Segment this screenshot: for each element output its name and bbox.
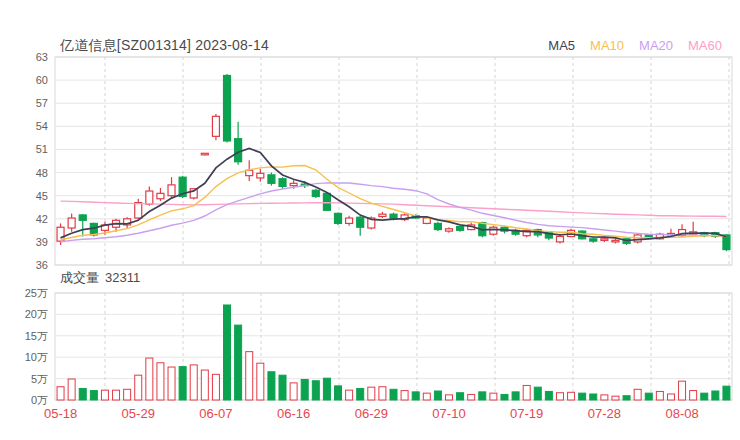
kline-chart[interactable]: 363942454851545760630万5万10万15万20万25万05-1… (0, 0, 740, 440)
svg-text:06-07: 06-07 (199, 406, 232, 421)
svg-text:54: 54 (36, 120, 48, 132)
svg-text:0万: 0万 (31, 394, 48, 406)
svg-text:07-28: 07-28 (588, 406, 621, 421)
svg-text:07-19: 07-19 (510, 406, 543, 421)
svg-text:07-10: 07-10 (432, 406, 465, 421)
svg-text:05-18: 05-18 (44, 406, 77, 421)
svg-text:05-29: 05-29 (122, 406, 155, 421)
svg-text:36: 36 (36, 259, 48, 271)
svg-text:20万: 20万 (25, 308, 48, 320)
svg-text:06-29: 06-29 (355, 406, 388, 421)
svg-text:45: 45 (36, 190, 48, 202)
svg-text:39: 39 (36, 236, 48, 248)
svg-text:15万: 15万 (25, 330, 48, 342)
svg-text:60: 60 (36, 74, 48, 86)
svg-text:08-08: 08-08 (665, 406, 698, 421)
svg-text:48: 48 (36, 167, 48, 179)
x-axis-labels: 05-1805-2906-0706-1606-2907-1007-1907-28… (44, 406, 699, 421)
stock-chart-page: { "header": { "title": "亿道信息[SZ001314] 2… (0, 0, 740, 440)
svg-text:51: 51 (36, 143, 48, 155)
volume-plot-area[interactable] (55, 293, 732, 400)
svg-text:57: 57 (36, 97, 48, 109)
svg-text:06-16: 06-16 (277, 406, 310, 421)
svg-text:25万: 25万 (25, 287, 48, 299)
svg-text:10万: 10万 (25, 351, 48, 363)
svg-text:42: 42 (36, 213, 48, 225)
svg-text:63: 63 (36, 51, 48, 63)
axis-labels: 363942454851545760630万5万10万15万20万25万 (25, 51, 48, 406)
price-plot-area[interactable] (55, 57, 732, 265)
svg-text:5万: 5万 (31, 373, 48, 385)
